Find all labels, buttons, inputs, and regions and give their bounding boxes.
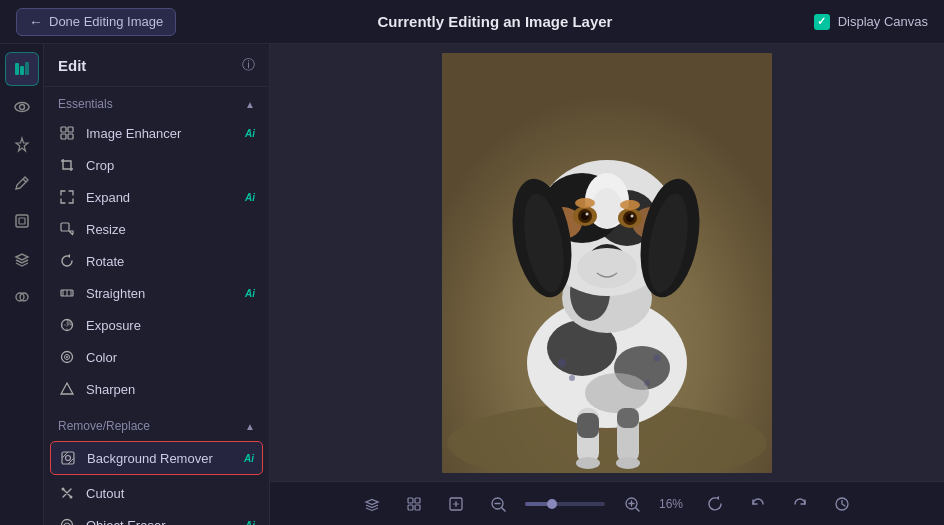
display-canvas-checkbox[interactable] [814,14,830,30]
straighten-icon [58,284,76,302]
svg-rect-22 [62,452,74,464]
expand-icon [58,188,76,206]
sidebar-item-layers[interactable] [5,242,39,276]
sidebar-item-frame[interactable] [5,204,39,238]
edit-panel: Edit ⓘ Essentials ▲ Image Enhancer Ai Cr… [44,44,270,525]
background-remover-icon [59,449,77,467]
image-enhancer-icon [58,124,76,142]
svg-rect-2 [25,62,29,75]
eye-icon [13,98,31,116]
reset-icon[interactable] [701,489,731,519]
exposure-label: Exposure [86,318,255,333]
object-eraser-ai-badge: Ai [245,520,255,526]
svg-point-35 [654,354,661,361]
top-bar: ← Done Editing Image Currently Editing a… [0,0,944,44]
svg-point-33 [558,359,566,367]
svg-rect-5 [16,215,28,227]
frame-icon [13,212,31,230]
svg-point-55 [586,212,589,215]
redo-icon[interactable] [785,489,815,519]
menu-item-cutout[interactable]: Cutout [44,477,269,509]
color-icon [58,348,76,366]
svg-point-42 [616,457,640,469]
svg-rect-12 [68,134,73,139]
object-eraser-icon [58,516,76,525]
grid-bottom-icon[interactable] [399,489,429,519]
menu-item-background-remover[interactable]: Background Remover Ai [50,441,263,475]
menu-item-rotate[interactable]: Rotate [44,245,269,277]
svg-point-26 [62,520,73,526]
menu-item-color[interactable]: Color [44,341,269,373]
color-label: Color [86,350,255,365]
sidebar-item-magic[interactable] [5,128,39,162]
menu-item-sharpen[interactable]: Sharpen [44,373,269,405]
svg-point-24 [62,488,65,491]
svg-point-59 [631,214,634,217]
menu-item-object-eraser[interactable]: Object Eraser Ai [44,509,269,525]
svg-point-34 [569,375,575,381]
zoom-track[interactable] [525,502,605,506]
canvas-viewport[interactable] [270,44,944,481]
info-icon[interactable]: ⓘ [242,56,255,74]
zoom-slider[interactable] [525,502,605,506]
back-arrow-icon: ← [29,14,43,30]
svg-rect-72 [408,505,413,510]
remove-replace-label: Remove/Replace [58,419,150,433]
cutout-icon [58,484,76,502]
panel-scroll: Essentials ▲ Image Enhancer Ai Crop [44,87,269,525]
brush-icon [13,174,31,192]
sidebar-item-edit[interactable] [5,52,39,86]
essentials-section-header[interactable]: Essentials ▲ [44,87,269,117]
remove-replace-chevron: ▲ [245,421,255,432]
edit-icon [13,60,31,78]
main-layout: Edit ⓘ Essentials ▲ Image Enhancer Ai Cr… [0,44,944,525]
crop-icon [58,156,76,174]
expand-label: Expand [86,190,235,205]
essentials-label: Essentials [58,97,113,111]
fit-screen-icon[interactable] [441,489,471,519]
svg-rect-1 [20,66,24,75]
sidebar-item-effects[interactable] [5,280,39,314]
bottom-bar: 16% [270,481,944,525]
canvas-area: 16% [270,44,944,525]
menu-item-resize[interactable]: Resize [44,213,269,245]
zoom-out-icon[interactable] [483,489,513,519]
zoom-percent-label: 16% [659,497,689,511]
svg-rect-40 [617,408,639,428]
svg-point-51 [592,188,622,228]
zoom-thumb[interactable] [547,499,557,509]
panel-title: Edit [58,57,86,74]
layers-icon [13,250,31,268]
svg-point-4 [19,105,24,110]
remove-replace-section-header[interactable]: Remove/Replace ▲ [44,409,269,439]
svg-point-41 [576,457,600,469]
menu-item-crop[interactable]: Crop [44,149,269,181]
svg-rect-70 [408,498,413,503]
menu-item-straighten[interactable]: Straighten Ai [44,277,269,309]
undo-icon[interactable] [743,489,773,519]
svg-point-68 [575,198,595,208]
background-remover-label: Background Remover [87,451,234,466]
svg-rect-73 [415,505,420,510]
done-editing-button[interactable]: ← Done Editing Image [16,8,176,36]
menu-item-exposure[interactable]: Exposure [44,309,269,341]
menu-item-image-enhancer[interactable]: Image Enhancer Ai [44,117,269,149]
svg-rect-13 [61,223,69,231]
svg-rect-71 [415,498,420,503]
history-icon[interactable] [827,489,857,519]
svg-point-69 [620,200,640,210]
svg-point-21 [66,356,68,358]
svg-point-36 [644,380,650,386]
svg-point-23 [66,456,71,461]
zoom-in-icon[interactable] [617,489,647,519]
object-eraser-label: Object Eraser [86,518,235,526]
sidebar-item-brush[interactable] [5,166,39,200]
image-enhancer-ai-badge: Ai [245,128,255,139]
menu-item-expand[interactable]: Expand Ai [44,181,269,213]
sidebar-item-view[interactable] [5,90,39,124]
image-enhancer-label: Image Enhancer [86,126,235,141]
svg-rect-0 [15,63,19,75]
sharpen-label: Sharpen [86,382,255,397]
layers-bottom-icon[interactable] [357,489,387,519]
svg-point-63 [577,248,637,288]
